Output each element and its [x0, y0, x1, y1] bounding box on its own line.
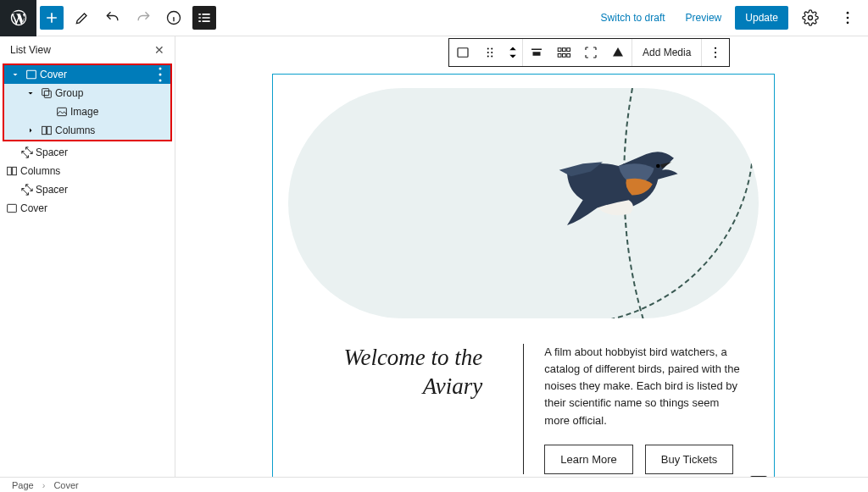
- group-block-icon: [38, 86, 55, 100]
- breadcrumb-root[interactable]: Page: [12, 480, 34, 490]
- tree-item-group[interactable]: Group: [4, 84, 170, 102]
- tree-label: Cover: [40, 69, 150, 80]
- svg-rect-29: [558, 54, 561, 58]
- tree-label: Columns: [55, 124, 170, 136]
- svg-point-6: [159, 68, 162, 70]
- spacer-block-icon: [19, 183, 36, 196]
- wordpress-logo[interactable]: [0, 0, 36, 36]
- chevron-down-icon[interactable]: [8, 69, 23, 80]
- list-view-toggle[interactable]: [192, 6, 216, 30]
- svg-point-34: [715, 56, 716, 58]
- svg-rect-31: [567, 54, 570, 58]
- more-options-button[interactable]: [832, 3, 863, 33]
- spacer-block-icon: [19, 146, 36, 159]
- svg-rect-17: [458, 48, 468, 58]
- selected-tree-group: Cover Group Image Columns: [3, 64, 172, 141]
- update-button[interactable]: Update: [735, 6, 788, 30]
- tree-item-spacer[interactable]: Spacer: [0, 180, 175, 199]
- learn-more-button[interactable]: Learn More: [544, 445, 632, 474]
- settings-button[interactable]: [795, 3, 826, 33]
- columns-block-icon: [38, 124, 55, 137]
- columns-block: Welcome to the Aviary A film about hobby…: [288, 344, 759, 474]
- editor-topbar: Switch to draft Preview Update: [0, 0, 868, 36]
- buy-tickets-button[interactable]: Buy Tickets: [645, 445, 733, 474]
- svg-rect-28: [567, 48, 570, 52]
- svg-point-21: [491, 52, 492, 53]
- svg-rect-15: [13, 167, 17, 174]
- columns-block-icon: [3, 164, 20, 178]
- svg-rect-11: [58, 108, 67, 115]
- tree-item-spacer[interactable]: Spacer: [0, 143, 175, 162]
- tree-label: Spacer: [36, 184, 175, 196]
- svg-rect-25: [533, 52, 541, 56]
- svg-rect-27: [563, 48, 566, 52]
- tree-item-columns[interactable]: Columns: [0, 162, 175, 180]
- tree-label: Cover: [20, 202, 175, 214]
- block-tree: Cover Group Image Columns: [0, 64, 175, 218]
- svg-rect-30: [563, 54, 566, 58]
- tree-label: Group: [55, 87, 170, 99]
- cover-block[interactable]: Welcome to the Aviary A film about hobby…: [272, 74, 775, 477]
- topbar-right: Switch to draft Preview Update: [594, 3, 868, 33]
- svg-point-1: [809, 16, 813, 20]
- svg-rect-13: [47, 126, 52, 134]
- tree-item-cover[interactable]: Cover: [4, 65, 170, 84]
- breadcrumb-separator: ›: [42, 480, 46, 490]
- block-type-button[interactable]: [449, 39, 476, 66]
- svg-rect-24: [531, 49, 542, 51]
- breadcrumb-current[interactable]: Cover: [53, 480, 78, 490]
- cover-block-icon: [3, 202, 20, 215]
- close-list-view-button[interactable]: ✕: [154, 43, 164, 57]
- svg-point-23: [491, 56, 492, 58]
- svg-point-7: [159, 74, 162, 76]
- image-block-icon: [53, 105, 70, 119]
- content-position-button[interactable]: [550, 39, 577, 66]
- move-buttons[interactable]: [504, 39, 522, 66]
- tree-item-columns-inner[interactable]: Columns: [4, 121, 170, 140]
- drag-handle[interactable]: [476, 39, 504, 66]
- block-more-options[interactable]: [702, 39, 729, 66]
- chevron-down-icon[interactable]: [23, 88, 38, 98]
- edit-mode-button[interactable]: [67, 3, 97, 33]
- svg-point-33: [715, 52, 716, 53]
- svg-rect-9: [42, 89, 49, 96]
- svg-point-3: [847, 17, 849, 19]
- svg-rect-5: [27, 70, 36, 78]
- content-column: A film about hobbyist bird watchers, a c…: [523, 344, 745, 474]
- full-height-button[interactable]: [577, 39, 604, 66]
- hero-image: [288, 88, 759, 318]
- info-button[interactable]: [159, 3, 189, 33]
- svg-point-22: [487, 56, 489, 58]
- svg-point-18: [487, 48, 489, 50]
- switch-to-draft-button[interactable]: Switch to draft: [594, 7, 672, 29]
- tree-item-options[interactable]: [150, 64, 170, 85]
- svg-point-8: [159, 80, 162, 82]
- svg-rect-12: [42, 126, 47, 134]
- add-media-button[interactable]: Add Media: [632, 39, 701, 66]
- heading-column: Welcome to the Aviary: [302, 344, 501, 401]
- tree-item-cover[interactable]: Cover: [0, 199, 175, 218]
- tree-label: Spacer: [36, 146, 175, 158]
- page-heading[interactable]: Welcome to the Aviary: [302, 344, 482, 401]
- svg-point-4: [847, 22, 849, 25]
- add-block-button[interactable]: [40, 6, 64, 30]
- block-breadcrumb: Page › Cover: [0, 477, 868, 492]
- svg-point-35: [656, 164, 660, 169]
- svg-point-20: [487, 52, 489, 53]
- svg-rect-10: [44, 91, 51, 97]
- redo-button[interactable]: [128, 3, 159, 33]
- undo-button[interactable]: [97, 3, 128, 33]
- cover-block-icon: [23, 68, 40, 81]
- align-button[interactable]: [523, 39, 550, 66]
- preview-button[interactable]: Preview: [679, 7, 729, 29]
- tree-item-image[interactable]: Image: [4, 102, 170, 121]
- list-view-panel: List View ✕ Cover Group I: [0, 36, 175, 477]
- svg-point-2: [847, 12, 849, 14]
- topbar-left: [0, 0, 216, 36]
- editor-canvas: Add Media: [175, 36, 868, 477]
- chevron-right-icon[interactable]: [23, 125, 38, 135]
- intro-paragraph[interactable]: A film about hobbyist bird watchers, a c…: [544, 344, 745, 429]
- svg-rect-14: [8, 167, 12, 174]
- duotone-button[interactable]: [604, 39, 632, 66]
- svg-point-32: [715, 47, 716, 49]
